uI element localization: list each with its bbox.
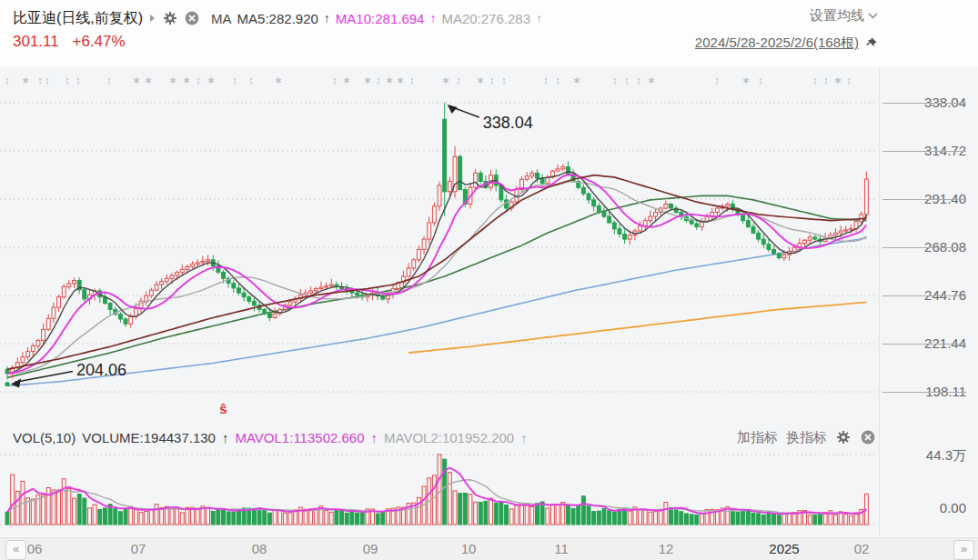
vol-close-icon[interactable] bbox=[860, 429, 876, 445]
star-marker-icon[interactable]: ∗ bbox=[396, 75, 404, 85]
updown-marker-icon[interactable]: ↕ bbox=[543, 75, 549, 85]
volume-bar bbox=[340, 510, 344, 525]
updown-marker-icon[interactable]: ↕ bbox=[812, 75, 818, 85]
candle-body bbox=[242, 293, 246, 297]
candle-body bbox=[664, 204, 668, 208]
star-marker-icon[interactable]: ∗ bbox=[274, 75, 282, 85]
pin-icon[interactable] bbox=[864, 36, 878, 50]
volume-bar bbox=[93, 505, 96, 525]
ma-settings-gear-icon[interactable] bbox=[162, 10, 178, 26]
month-label: 02 bbox=[854, 541, 870, 556]
updown-marker-icon[interactable]: ↕ bbox=[409, 75, 415, 85]
candle-body bbox=[844, 230, 848, 231]
volume-bar bbox=[288, 513, 292, 525]
updown-marker-icon[interactable]: ↕ bbox=[501, 75, 507, 85]
updown-marker-icon[interactable]: ↕ bbox=[758, 75, 763, 85]
volume-header: VOL(5,10) VOLUME:194437.130 ↑ MAVOL1:113… bbox=[13, 427, 528, 447]
volume-bar bbox=[52, 490, 55, 525]
volume-bar bbox=[751, 513, 755, 525]
updown-marker-icon[interactable]: ↕ bbox=[612, 75, 618, 85]
candle-body bbox=[803, 240, 807, 243]
volume-bar bbox=[160, 508, 164, 525]
volume-bar bbox=[680, 512, 683, 525]
volume-chart[interactable] bbox=[0, 451, 879, 536]
candle-body bbox=[849, 229, 852, 230]
candle-body bbox=[176, 272, 179, 275]
updown-marker-icon[interactable]: ↕ bbox=[196, 75, 201, 85]
star-marker-icon[interactable]: ∗ bbox=[833, 75, 842, 85]
star-marker-icon[interactable]: ∗ bbox=[132, 75, 140, 85]
candle-body bbox=[145, 295, 148, 301]
updown-marker-icon[interactable]: ↕ bbox=[846, 75, 852, 85]
volume-bar bbox=[57, 490, 61, 525]
updown-marker-icon[interactable]: ↕ bbox=[376, 75, 381, 85]
title-dropdown-icon[interactable] bbox=[150, 15, 155, 22]
main-candlestick-chart[interactable]: ↕∗↕↕↕↕↕∗∗∗∗↕∗↕↕∗↕∗∗↕∗∗↕∗↕∗↕↕↕↕∗↕↕↕∗↕∗↕↕↕… bbox=[0, 67, 879, 425]
star-marker-icon[interactable]: ∗ bbox=[476, 75, 484, 85]
add-indicator-button[interactable]: 加指标 bbox=[737, 429, 778, 446]
candle-body bbox=[155, 285, 158, 290]
volume-bar bbox=[31, 499, 35, 525]
updown-marker-icon[interactable]: ↕ bbox=[65, 75, 70, 85]
ma5-up-arrow: ↑ bbox=[324, 11, 330, 25]
volume-bar bbox=[550, 505, 554, 525]
star-marker-icon[interactable]: ∗ bbox=[21, 75, 29, 85]
updown-marker-icon[interactable]: ↕ bbox=[636, 75, 641, 85]
star-marker-icon[interactable]: ∗ bbox=[168, 75, 176, 85]
updown-marker-icon[interactable]: ↕ bbox=[624, 75, 630, 85]
volume-bar bbox=[263, 510, 267, 525]
vol-settings-gear-icon[interactable] bbox=[835, 429, 852, 445]
updown-marker-icon[interactable]: ↕ bbox=[248, 75, 254, 85]
volume-bar bbox=[664, 503, 668, 525]
star-marker-icon[interactable]: ∗ bbox=[741, 75, 750, 85]
star-marker-icon[interactable]: ∗ bbox=[363, 75, 371, 85]
candle-body bbox=[587, 194, 590, 200]
candle-body bbox=[422, 239, 426, 249]
star-marker-icon[interactable]: ∗ bbox=[342, 75, 350, 85]
updown-marker-icon[interactable]: ↕ bbox=[45, 75, 50, 85]
star-marker-icon[interactable]: ∗ bbox=[385, 75, 393, 85]
updown-marker-icon[interactable]: ↕ bbox=[37, 75, 43, 85]
switch-indicator-button[interactable]: 换指标 bbox=[786, 429, 827, 446]
volume-bar bbox=[695, 515, 699, 525]
candle-body bbox=[782, 255, 786, 257]
volume-bar bbox=[608, 511, 611, 525]
candle-body bbox=[247, 297, 251, 302]
updown-marker-icon[interactable]: ↕ bbox=[232, 75, 237, 85]
date-range-link[interactable]: 2024/5/28-2025/2/6(168根) bbox=[695, 35, 859, 52]
volume-bar bbox=[432, 475, 436, 525]
volume-bar bbox=[438, 455, 441, 525]
volume-bar bbox=[705, 510, 709, 525]
star-marker-icon[interactable]: ∗ bbox=[647, 75, 655, 85]
volume-bar bbox=[484, 501, 488, 525]
updown-marker-icon[interactable]: ↕ bbox=[456, 75, 461, 85]
candle-body bbox=[695, 224, 699, 226]
star-marker-icon[interactable]: ∗ bbox=[207, 75, 215, 85]
star-marker-icon[interactable]: ∗ bbox=[441, 75, 449, 85]
dividend-marker-icon[interactable]: ŝ bbox=[219, 401, 227, 416]
star-marker-icon[interactable]: ∗ bbox=[182, 75, 190, 85]
volume-bar bbox=[257, 508, 261, 525]
updown-marker-icon[interactable]: ↕ bbox=[5, 75, 10, 85]
candle-body bbox=[118, 315, 122, 319]
ma-settings-button[interactable]: 设置均线 bbox=[810, 7, 878, 25]
star-marker-icon[interactable]: ∗ bbox=[572, 75, 580, 85]
scroll-left-button[interactable]: « bbox=[5, 540, 26, 560]
scroll-right-button[interactable]: » bbox=[953, 540, 974, 560]
updown-marker-icon[interactable]: ↕ bbox=[555, 75, 560, 85]
candle-body bbox=[556, 169, 560, 171]
candle-body bbox=[761, 239, 765, 245]
updown-marker-icon[interactable]: ↕ bbox=[489, 75, 495, 85]
candle-body bbox=[42, 329, 45, 340]
updown-marker-icon[interactable]: ↕ bbox=[76, 75, 81, 85]
updown-marker-icon[interactable]: ↕ bbox=[823, 75, 829, 85]
symbol-title[interactable]: 比亚迪(日线,前复权) bbox=[13, 9, 143, 28]
ma-close-icon[interactable] bbox=[184, 10, 200, 26]
star-marker-icon[interactable]: ∗ bbox=[144, 75, 152, 85]
updown-marker-icon[interactable]: ↕ bbox=[106, 75, 112, 85]
updown-marker-icon[interactable]: ↕ bbox=[332, 75, 338, 85]
volume-bar bbox=[83, 498, 86, 525]
volume-bar bbox=[129, 506, 133, 525]
volume-bar bbox=[42, 495, 45, 525]
updown-marker-icon[interactable]: ↕ bbox=[714, 75, 720, 85]
